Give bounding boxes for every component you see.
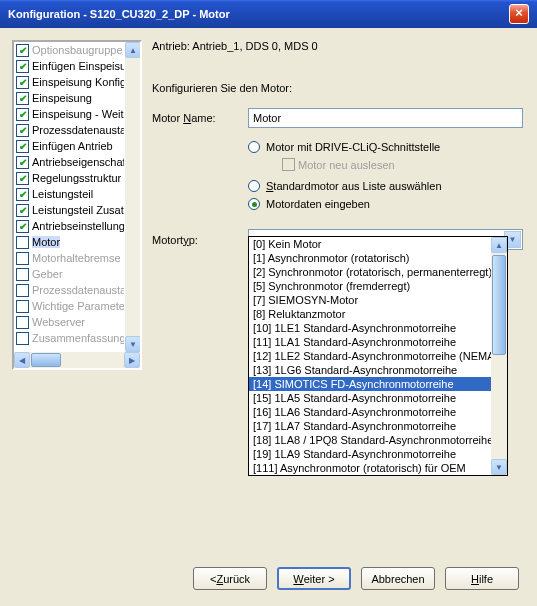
wizard-step[interactable]: ✔Einspeisung - Weite [14,106,140,122]
checkbox-icon: ✔ [16,140,29,153]
wizard-step-label: Leistungsteil [32,188,93,200]
dropdown-option[interactable]: [1] Asynchronmotor (rotatorisch) [249,251,491,265]
dropdown-option[interactable]: [11] 1LA1 Standard-Asynchronmotorreihe [249,335,491,349]
checkbox-icon: ✔ [16,60,29,73]
sidebar-vscrollbar[interactable]: ▲ ▼ [124,42,140,352]
radio-motordaten[interactable]: Motordaten eingeben [248,195,523,213]
next-button[interactable]: Weiter > [277,567,351,590]
wizard-step-label: Motorhaltebremse [32,252,121,264]
wizard-step[interactable]: ✔Optionsbaugruppe [14,42,140,58]
wizard-step[interactable]: ✔Antriebseinstellung [14,218,140,234]
radio-icon [248,180,260,192]
wizard-step[interactable]: Zusammenfassung [14,330,140,346]
wizard-step[interactable]: Motorhaltebremse [14,250,140,266]
wizard-step[interactable]: Motor [14,234,140,250]
wizard-steps: ✔Optionsbaugruppe✔Einfügen Einspeisu✔Ein… [12,40,142,370]
dropdown-option[interactable]: [7] SIEMOSYN-Motor [249,293,491,307]
dropdown-option[interactable]: [16] 1LA6 Standard-Asynchronmotorreihe [249,405,491,419]
wizard-step[interactable]: Wichtige Parameter [14,298,140,314]
wizard-step[interactable]: ✔Regelungsstruktur [14,170,140,186]
checkbox-icon [16,252,29,265]
checkbox-icon [16,236,29,249]
motor-reread-checkbox: Motor neu auslesen [282,156,523,177]
checkbox-icon: ✔ [16,108,29,121]
wizard-step[interactable]: ✔Leistungsteil [14,186,140,202]
dropdown-option[interactable]: [111] Asynchronmotor (rotatorisch) für O… [249,461,491,475]
radio-drivecliq[interactable]: Motor mit DRIVE-CLiQ-Schnittstelle [248,138,523,156]
checkbox-icon: ✔ [16,220,29,233]
wizard-step-label: Einfügen Einspeisu [32,60,126,72]
motor-name-input[interactable] [248,108,523,128]
dropdown-option[interactable]: [0] Kein Motor [249,237,491,251]
checkbox-icon [16,300,29,313]
checkbox-icon: ✔ [16,204,29,217]
checkbox-icon: ✔ [16,76,29,89]
dropdown-option[interactable]: [15] 1LA5 Standard-Asynchronmotorreihe [249,391,491,405]
wizard-step[interactable]: Prozessdatenausta [14,282,140,298]
checkbox-icon [16,316,29,329]
checkbox-icon: ✔ [16,156,29,169]
wizard-step-label: Prozessdatenausta [32,124,126,136]
checkbox-icon: ✔ [16,188,29,201]
dropdown-vscrollbar[interactable]: ▲ ▼ [491,237,507,475]
vscroll-thumb[interactable] [492,255,506,355]
wizard-step[interactable]: ✔Einspeisung Konfig [14,74,140,90]
scroll-left-icon[interactable]: ◀ [14,352,30,368]
checkbox-icon: ✔ [16,172,29,185]
scroll-up-icon[interactable]: ▲ [125,42,141,58]
dropdown-option[interactable]: [18] 1LA8 / 1PQ8 Standard-Asynchronmotor… [249,433,491,447]
wizard-step-label: Antriebseinstellung [32,220,125,232]
dropdown-option[interactable]: [10] 1LE1 Standard-Asynchronmotorreihe [249,321,491,335]
wizard-step[interactable]: Webserver [14,314,140,330]
dropdown-option[interactable]: [5] Synchronmotor (fremderregt) [249,279,491,293]
configure-label: Konfigurieren Sie den Motor: [152,82,523,94]
checkbox-icon [16,268,29,281]
hscroll-thumb[interactable] [31,353,61,367]
close-button[interactable]: × [509,4,529,24]
checkbox-icon: ✔ [16,124,29,137]
wizard-step-label: Prozessdatenausta [32,284,126,296]
sidebar-hscrollbar[interactable]: ◀ ▶ [14,352,140,368]
radio-icon [248,198,260,210]
dropdown-option[interactable]: [19] 1LA9 Standard-Asynchronmotorreihe [249,447,491,461]
help-button[interactable]: Hilfe [445,567,519,590]
scroll-right-icon[interactable]: ▶ [124,352,140,368]
cancel-button[interactable]: Abbrechen [361,567,435,590]
checkbox-icon [16,284,29,297]
wizard-step[interactable]: ✔Einfügen Einspeisu [14,58,140,74]
dropdown-option[interactable]: [8] Reluktanzmotor [249,307,491,321]
wizard-step-label: Geber [32,268,63,280]
scroll-down-icon[interactable]: ▼ [491,459,507,475]
scroll-down-icon[interactable]: ▼ [125,336,141,352]
checkbox-icon: ✔ [16,44,29,57]
checkbox-icon: ✔ [16,92,29,105]
checkbox-icon [16,332,29,345]
wizard-step-label: Einfügen Antrieb [32,140,113,152]
wizard-step-label: Leistungsteil Zusatz [32,204,129,216]
wizard-step[interactable]: ✔Antriebseigenschaf [14,154,140,170]
wizard-step-label: Webserver [32,316,85,328]
motortyp-dropdown-list[interactable]: [0] Kein Motor[1] Asynchronmotor (rotato… [248,236,508,476]
dropdown-option[interactable]: [12] 1LE2 Standard-Asynchronmotorreihe (… [249,349,491,363]
motortyp-label: Motortyp: [152,234,248,246]
title-bar: Konfiguration - S120_CU320_2_DP - Motor … [0,0,537,28]
scroll-up-icon[interactable]: ▲ [491,237,507,253]
wizard-step-label: Motor [32,236,60,248]
radio-icon [248,141,260,153]
wizard-step[interactable]: Geber [14,266,140,282]
wizard-step[interactable]: ✔Einfügen Antrieb [14,138,140,154]
back-button[interactable]: < Zurück [193,567,267,590]
wizard-step[interactable]: ✔Leistungsteil Zusatz [14,202,140,218]
wizard-step-label: Regelungsstruktur [32,172,121,184]
dropdown-option[interactable]: [17] 1LA7 Standard-Asynchronmotorreihe [249,419,491,433]
dropdown-option[interactable]: [14] SIMOTICS FD-Asynchronmotorreihe [249,377,491,391]
drive-info: Antrieb: Antrieb_1, DDS 0, MDS 0 [152,40,523,52]
wizard-step[interactable]: ✔Prozessdatenausta [14,122,140,138]
dropdown-option[interactable]: [2] Synchronmotor (rotatorisch, permanen… [249,265,491,279]
radio-standardmotor[interactable]: Standardmotor aus Liste auswählen [248,177,523,195]
wizard-step-label: Einspeisung [32,92,92,104]
wizard-step-label: Einspeisung - Weite [32,108,130,120]
wizard-step[interactable]: ✔Einspeisung [14,90,140,106]
dropdown-option[interactable]: [13] 1LG6 Standard-Asynchronmotorreihe [249,363,491,377]
checkbox-icon [282,158,295,171]
